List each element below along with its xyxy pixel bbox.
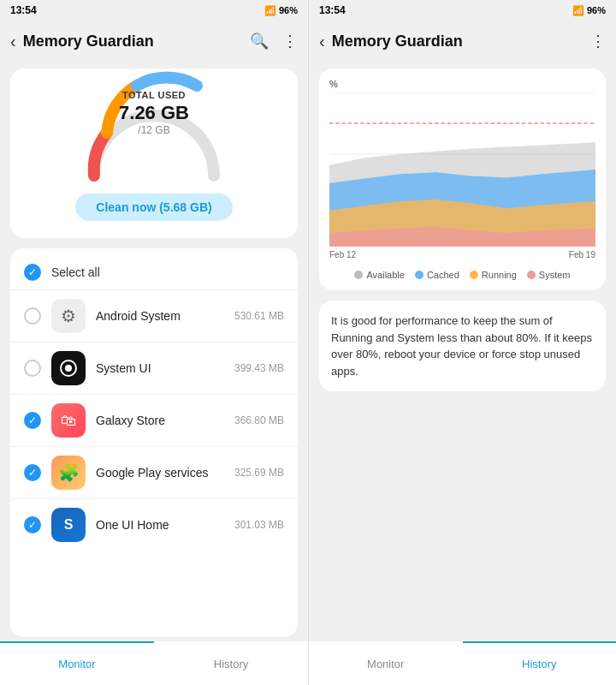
top-bar-right: ‹ Memory Guardian ⋮ <box>309 21 616 62</box>
chart-legend: Available Cached Running System <box>329 270 595 280</box>
battery-right: 96% <box>587 5 606 15</box>
nav-history-label: History <box>214 658 248 670</box>
legend-dot-cached <box>415 271 424 279</box>
page-title-left: Memory Guardian <box>23 33 250 51</box>
check-icon: ✓ <box>28 266 37 278</box>
wifi-icon: 📶 <box>264 5 276 16</box>
status-icons-left: 📶 96% <box>264 5 298 16</box>
gauge-center: TOTAL USED 7.26 GB /12 GB <box>103 90 205 136</box>
status-bar-left: 13:54 📶 96% <box>0 0 308 21</box>
app-checkbox-3[interactable]: ✓ <box>24 464 41 481</box>
time-left: 13:54 <box>10 4 37 16</box>
app-size-3: 325.69 MB <box>234 467 284 479</box>
legend-label-cached: Cached <box>427 270 459 280</box>
chart-svg: 100 80 60 40 20 0 <box>329 92 595 247</box>
back-button-right[interactable]: ‹ <box>319 32 325 51</box>
wifi-icon-right: 📶 <box>572 5 584 16</box>
legend-available: Available <box>354 270 404 280</box>
app-name-1: System UI <box>96 361 224 375</box>
legend-label-system: System <box>539 270 571 280</box>
chart-section: % 100 80 60 40 20 0 <box>319 68 606 290</box>
back-button-left[interactable]: ‹ <box>10 32 16 51</box>
legend-cached: Cached <box>415 270 459 280</box>
chart-x-labels: Feb 12 Feb 19 <box>329 247 595 263</box>
x-label-start: Feb 12 <box>329 250 356 259</box>
nav-monitor-right[interactable]: Monitor <box>309 641 463 685</box>
app-checkbox-1[interactable] <box>24 360 41 377</box>
spacer-right <box>309 395 616 640</box>
app-size-2: 366.80 MB <box>234 414 284 426</box>
legend-running: Running <box>470 270 517 280</box>
battery-left: 96% <box>279 5 298 15</box>
legend-dot-running <box>470 271 478 279</box>
app-list-section: ✓ Select all ⚙ Android System 530.61 MB … <box>10 248 298 637</box>
info-section: It is good for performance to keep the s… <box>319 301 606 391</box>
check-icon: ✓ <box>28 467 37 479</box>
nav-history-label-right: History <box>522 658 556 670</box>
legend-system: System <box>527 270 571 280</box>
app-icon-3: 🧩 <box>51 456 86 490</box>
app-name-2: Galaxy Store <box>96 414 224 427</box>
app-size-0: 530.61 MB <box>234 310 284 322</box>
app-icon-4: S <box>51 508 86 542</box>
top-icons-left: 🔍 ⋮ <box>250 32 298 51</box>
left-panel: 13:54 📶 96% ‹ Memory Guardian 🔍 ⋮ <box>0 0 308 685</box>
check-icon: ✓ <box>28 519 37 531</box>
search-icon[interactable]: 🔍 <box>250 32 269 51</box>
gauge-container: TOTAL USED 7.26 GB /12 GB <box>77 86 231 180</box>
gauge-total: /12 GB <box>103 124 205 136</box>
chart-area: 100 80 60 40 20 0 <box>329 92 595 247</box>
app-icon-0: ⚙ <box>51 299 86 333</box>
more-icon[interactable]: ⋮ <box>282 32 298 51</box>
app-size-4: 301.03 MB <box>234 519 284 531</box>
table-row[interactable]: System UI 399.43 MB <box>10 342 298 394</box>
status-icons-right: 📶 96% <box>572 5 606 16</box>
nav-monitor-label: Monitor <box>58 658 95 670</box>
app-checkbox-4[interactable]: ✓ <box>24 516 41 533</box>
top-icons-right: ⋮ <box>590 32 606 51</box>
x-label-end: Feb 19 <box>569 250 595 259</box>
table-row[interactable]: ✓ 🧩 Google Play services 325.69 MB <box>10 446 298 498</box>
info-text: It is good for performance to keep the s… <box>331 313 594 379</box>
right-panel: 13:54 📶 96% ‹ Memory Guardian ⋮ % 10 <box>308 0 616 685</box>
select-all-row[interactable]: ✓ Select all <box>10 255 298 289</box>
more-icon-right[interactable]: ⋮ <box>590 32 606 51</box>
gauge-label: TOTAL USED <box>103 90 205 100</box>
nav-history-right[interactable]: History <box>463 641 617 685</box>
table-row[interactable]: ⚙ Android System 530.61 MB <box>10 289 298 342</box>
app-name-3: Google Play services <box>96 466 224 480</box>
legend-dot-system <box>527 271 536 279</box>
bottom-nav-right: Monitor History <box>309 640 616 685</box>
chart-y-label: % <box>329 79 595 89</box>
gauge-section: TOTAL USED 7.26 GB /12 GB Clean now (5.6… <box>10 68 298 238</box>
select-all-checkbox[interactable]: ✓ <box>24 264 41 281</box>
legend-label-available: Available <box>366 270 404 280</box>
app-name-4: One UI Home <box>96 518 224 532</box>
app-icon-1 <box>51 351 86 385</box>
nav-monitor-label-right: Monitor <box>367 658 404 670</box>
check-icon: ✓ <box>28 414 37 426</box>
app-icon-2: 🛍 <box>51 403 86 438</box>
gauge-value: 7.26 GB <box>103 102 205 124</box>
app-name-0: Android System <box>96 309 224 323</box>
svg-point-1 <box>65 365 72 372</box>
time-right: 13:54 <box>319 4 346 16</box>
nav-monitor-left[interactable]: Monitor <box>0 641 154 685</box>
select-all-label: Select all <box>51 265 100 279</box>
bottom-nav-left: Monitor History <box>0 640 308 685</box>
legend-label-running: Running <box>482 270 517 280</box>
page-title-right: Memory Guardian <box>332 33 590 51</box>
table-row[interactable]: ✓ 🛍 Galaxy Store 366.80 MB <box>10 394 298 446</box>
legend-dot-available <box>354 271 363 279</box>
app-size-1: 399.43 MB <box>234 362 284 374</box>
table-row[interactable]: ✓ S One UI Home 301.03 MB <box>10 498 298 551</box>
app-checkbox-0[interactable] <box>24 307 41 325</box>
app-checkbox-2[interactable]: ✓ <box>24 412 41 429</box>
nav-history-left[interactable]: History <box>154 641 308 685</box>
status-bar-right: 13:54 📶 96% <box>309 0 616 21</box>
